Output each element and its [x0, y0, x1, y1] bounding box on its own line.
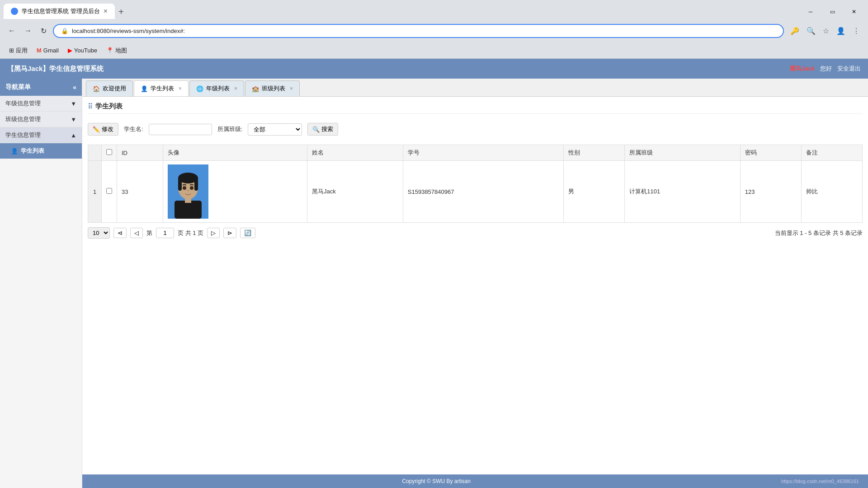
header-user: 黑马Jack 您好 安全退出 — [790, 65, 861, 73]
welcome-tab-icon: 🏠 — [93, 85, 100, 92]
student-photo — [168, 164, 208, 219]
row-note-1: 帅比 — [801, 161, 862, 223]
app-container: 【黑马Jack】学生信息管理系统 黑马Jack 您好 安全退出 导航菜单 « 年… — [0, 59, 868, 488]
maximize-button[interactable]: ▭ — [822, 5, 843, 19]
lock-icon: 🔒 — [61, 28, 68, 34]
page-input[interactable] — [156, 228, 174, 238]
section-title: ⠿ 学生列表 — [88, 102, 863, 114]
class-tab-icon: 🏫 — [252, 85, 259, 92]
gmail-label: Gmail — [43, 47, 59, 54]
content-area: 🏠 欢迎使用 👤 学生列表 × 🌐 年级列表 × 🏫 — [82, 79, 868, 488]
class-label: 所属班级: — [217, 125, 243, 133]
welcome-tab-label: 欢迎使用 — [103, 84, 126, 93]
tab-close-btn[interactable]: × — [104, 8, 108, 15]
browser-tab[interactable]: 学生信息管理系统 管理员后台 × — [4, 4, 115, 19]
minimize-button[interactable]: ─ — [800, 5, 821, 19]
refresh-table-button[interactable]: 🔄 — [240, 228, 255, 238]
grade-tab-label: 年级列表 — [206, 84, 230, 93]
class-expand-icon: ▼ — [71, 116, 76, 123]
youtube-icon: ▶ — [68, 47, 72, 54]
window-controls: ─ ▭ ✕ — [797, 5, 868, 19]
sidebar-group-class-label: 班级信息管理 — [5, 115, 41, 123]
sidebar-item-student-list[interactable]: 👤 学生列表 — [0, 143, 82, 159]
row-checkbox-1[interactable] — [102, 161, 117, 223]
th-gender: 性别 — [564, 145, 625, 161]
class-tab-close[interactable]: × — [290, 85, 293, 92]
row-gender-1: 男 — [564, 161, 625, 223]
collapse-icon[interactable]: « — [73, 84, 76, 91]
url-display: localhost:8080/reviews-ssm/system/index#… — [72, 28, 776, 34]
refresh-button[interactable]: ↻ — [38, 24, 49, 38]
th-photo: 头像 — [163, 145, 307, 161]
tab-class-list[interactable]: 🏫 班级列表 × — [245, 80, 300, 96]
bookmark-maps[interactable]: 📍 地图 — [103, 45, 131, 56]
back-button[interactable]: ← — [5, 24, 18, 38]
row-select-checkbox[interactable] — [106, 188, 112, 194]
bookmark-youtube[interactable]: ▶ YouTube — [64, 45, 101, 56]
page-size-select[interactable]: 10 20 50 — [88, 227, 110, 239]
svg-rect-6 — [178, 177, 182, 191]
footer-copyright: Copyright © SWU By artisan — [402, 478, 471, 484]
tab-student-list[interactable]: 👤 学生列表 × — [134, 80, 189, 96]
bookmark-button[interactable]: ☆ — [820, 24, 832, 38]
search-button[interactable]: 🔍 搜索 — [307, 123, 338, 136]
page-content: ⠿ 学生列表 ✏️ 修改 学生名: 所属班级: 全部 — [82, 97, 868, 474]
prev-page-button[interactable]: ◁ — [130, 228, 143, 238]
close-button[interactable]: ✕ — [844, 5, 864, 19]
address-bar-row: ← → ↻ 🔒 localhost:8080/reviews-ssm/syste… — [0, 19, 868, 42]
sidebar-group-class-header[interactable]: 班级信息管理 ▼ — [0, 112, 82, 127]
last-page-button[interactable]: ⊳ — [223, 228, 236, 238]
sidebar-header: 导航菜单 « — [0, 79, 82, 96]
forward-button[interactable]: → — [22, 24, 34, 38]
logout-button[interactable]: 安全退出 — [837, 65, 861, 73]
address-bar[interactable]: 🔒 localhost:8080/reviews-ssm/system/inde… — [53, 24, 784, 38]
svg-rect-2 — [175, 201, 202, 219]
header-username: 黑马Jack — [790, 65, 815, 73]
new-tab-button[interactable]: + — [115, 5, 127, 19]
modify-label: 修改 — [102, 125, 113, 133]
data-table: ID 头像 姓名 学号 性别 所属班级 密码 备注 — [88, 145, 863, 223]
tab-welcome[interactable]: 🏠 欢迎使用 — [86, 80, 133, 96]
pencil-icon: ✏️ — [93, 126, 100, 133]
row-password-1: 123 — [740, 161, 801, 223]
page-suffix: 页 共 1 页 — [178, 229, 203, 237]
tab-favicon — [11, 8, 18, 15]
menu-button[interactable]: ⋮ — [850, 24, 863, 38]
class-tab-label: 班级列表 — [262, 84, 285, 93]
select-all-checkbox[interactable] — [106, 149, 112, 155]
student-name-label: 学生名: — [124, 125, 143, 133]
main-layout: 导航菜单 « 年级信息管理 ▼ 班级信息管理 ▼ — [0, 79, 868, 488]
bookmark-apps[interactable]: ⊞ 应用 — [5, 45, 31, 56]
content-tab-nav: 🏠 欢迎使用 👤 学生列表 × 🌐 年级列表 × 🏫 — [82, 79, 868, 97]
grade-tab-close[interactable]: × — [234, 85, 237, 92]
th-note: 备注 — [801, 145, 862, 161]
search-label: 搜索 — [321, 125, 333, 133]
first-page-button[interactable]: ⊲ — [113, 228, 127, 238]
class-filter-select[interactable]: 全部 — [248, 123, 302, 136]
sidebar-group-grade-label: 年级信息管理 — [5, 99, 41, 108]
row-class-1: 计算机1101 — [625, 161, 741, 223]
th-id: ID — [117, 145, 163, 161]
tab-grade-list[interactable]: 🌐 年级列表 × — [189, 80, 244, 96]
svg-point-8 — [183, 186, 186, 190]
th-password: 密码 — [740, 145, 801, 161]
modify-button[interactable]: ✏️ 修改 — [88, 123, 118, 136]
th-rownum — [88, 145, 102, 161]
sidebar-title: 导航菜单 — [5, 83, 31, 91]
next-page-button[interactable]: ▷ — [207, 228, 220, 238]
key-icon-btn[interactable]: 🔑 — [788, 24, 802, 38]
student-name-input[interactable] — [149, 124, 212, 135]
sidebar-group-grade: 年级信息管理 ▼ — [0, 96, 82, 112]
footer-link[interactable]: https://blog.csdn.net/m0_46386161 — [781, 479, 859, 484]
zoom-button[interactable]: 🔍 — [804, 24, 818, 38]
bookmark-gmail[interactable]: M Gmail — [33, 45, 62, 56]
grade-tab-icon: 🌐 — [196, 85, 203, 92]
student-tab-close[interactable]: × — [179, 85, 182, 92]
apps-label: 应用 — [16, 47, 28, 55]
sidebar-group-grade-header[interactable]: 年级信息管理 ▼ — [0, 96, 82, 112]
profile-button[interactable]: 👤 — [834, 24, 848, 38]
student-expand-icon: ▲ — [71, 132, 76, 139]
app-title: 【黑马Jack】学生信息管理系统 — [7, 65, 104, 73]
sidebar-group-student-header[interactable]: 学生信息管理 ▲ — [0, 127, 82, 143]
row-num-1: 1 — [88, 161, 102, 223]
